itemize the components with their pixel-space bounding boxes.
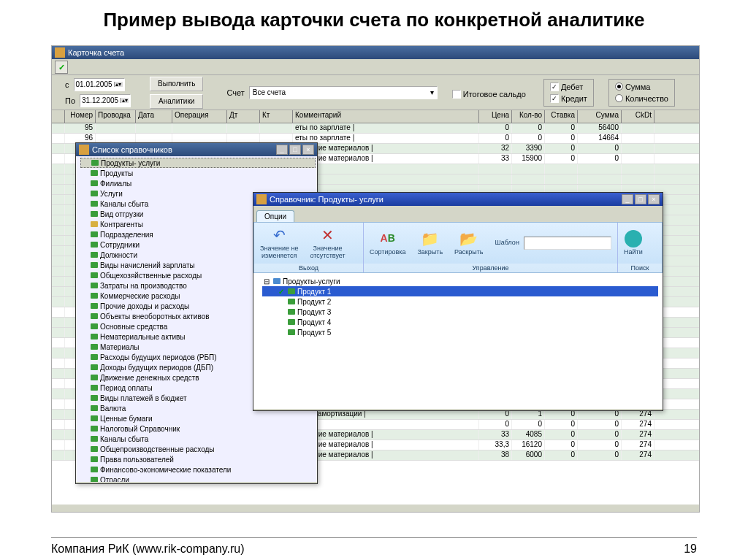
tree-item[interactable]: Продукты [80, 168, 316, 178]
col-op[interactable]: Операция [172, 110, 227, 123]
main-titlebar: Карточка счета [52, 46, 699, 59]
sort-button[interactable]: ABСортировка [364, 223, 411, 264]
undo-icon: ↶ [270, 226, 289, 244]
item-icon [91, 415, 98, 421]
col-prov[interactable]: Проводка [96, 110, 136, 123]
filter-panel: с 01.01.2005▴▾ По 31.12.2005▴▾ Выполнить… [52, 75, 699, 110]
app-window: Карточка счета ✓ с 01.01.2005▴▾ По 31.12… [51, 45, 700, 513]
product-item[interactable]: Продукт 4 [262, 317, 658, 327]
col-date[interactable]: Дата [136, 110, 172, 123]
item-icon [91, 375, 98, 380]
tree-item[interactable]: Права пользователей [80, 454, 316, 464]
item-icon [91, 426, 98, 431]
sort-icon: AB [378, 230, 397, 248]
item-icon [91, 272, 98, 278]
col-number[interactable]: Номер [65, 110, 96, 123]
item-icon [91, 405, 98, 411]
item-icon [91, 313, 98, 319]
slide-footer: Компания РиК (www.rik-company.ru) 19 [51, 537, 697, 556]
product-item[interactable]: ✓Продукт 1 [262, 286, 658, 296]
col-ckdt[interactable]: CkDt [622, 110, 654, 123]
item-icon [91, 385, 98, 391]
item-icon [91, 170, 98, 176]
tree-item[interactable]: Финансово-экономические показатели [80, 464, 316, 475]
dictionary-title: Справочник: Продукты- услуги [270, 195, 383, 204]
item-icon [91, 293, 98, 299]
tree-item[interactable]: Общепроизводственные расходы [80, 444, 316, 454]
col-kt[interactable]: Кт [260, 110, 293, 123]
app-icon [256, 194, 267, 204]
product-item[interactable]: Продукт 3 [262, 307, 658, 317]
qty-radio[interactable] [615, 94, 623, 102]
ribbon-group-exit: Выход [254, 264, 363, 272]
to-date-input[interactable]: 31.12.2005▴▾ [80, 94, 131, 107]
item-icon [91, 467, 98, 472]
tree-item[interactable]: Отрасли [80, 475, 316, 482]
sum-radio[interactable] [615, 83, 623, 91]
ribbon-group-control: Управление [364, 264, 617, 272]
to-label: По [65, 96, 75, 105]
col-comm[interactable]: Комментарий [293, 110, 479, 123]
app-icon [55, 47, 65, 58]
product-item[interactable]: Продукт 2 [262, 296, 658, 307]
item-icon [273, 278, 280, 284]
debit-checkbox[interactable]: ✓ [550, 83, 559, 91]
dictionary-body: ⊟Продукты-услуги✓Продукт 1Продукт 2Проду… [253, 273, 663, 409]
tree-item[interactable]: Продукты- услуги [80, 158, 316, 168]
tree-item[interactable]: Ценные бумаги [80, 413, 316, 423]
maximize-button[interactable]: □ [289, 145, 301, 155]
execute-button[interactable]: Выполнить [150, 77, 203, 91]
final-balance-checkbox[interactable] [452, 90, 461, 99]
tree-root[interactable]: ⊟Продукты-услуги [262, 276, 658, 286]
item-icon [91, 395, 98, 401]
folder-icon: 📁 [421, 230, 440, 248]
account-select[interactable]: Все счета▾ [249, 86, 438, 99]
from-label: с [65, 80, 69, 89]
folder-open-icon: 📂 [459, 230, 478, 248]
credit-checkbox[interactable]: ✓ [550, 94, 559, 103]
minimize-button[interactable]: _ [622, 194, 633, 204]
ok-button[interactable]: ✓ [55, 61, 68, 74]
tree-item[interactable]: Налоговый Справочник [80, 423, 316, 434]
debit-label: Дебет [561, 83, 583, 91]
close-button[interactable]: × [648, 194, 660, 204]
window-title: Карточка счета [68, 48, 124, 57]
sum-label: Сумма [625, 83, 651, 91]
item-icon [288, 329, 295, 335]
item-icon [91, 456, 98, 462]
footer-page: 19 [684, 542, 697, 556]
item-icon [91, 446, 98, 452]
value-absent-button[interactable]: ✕Значение отсутствует [304, 223, 351, 264]
slide-title: Пример вывода карточки счета по конкретн… [0, 0, 748, 37]
ribbon-group-search: Поиск [618, 264, 662, 272]
item-icon [91, 436, 98, 442]
item-icon [91, 364, 98, 370]
qty-label: Количество [625, 94, 668, 103]
value-unchanged-button[interactable]: ↶Значение не изменяется [254, 223, 304, 264]
tree-item[interactable]: Филиалы [80, 178, 316, 188]
from-date-input[interactable]: 01.01.2005▴▾ [74, 78, 125, 91]
template-input[interactable] [524, 237, 611, 250]
app-icon [79, 145, 89, 155]
find-button[interactable]: Найти [618, 223, 649, 264]
col-price[interactable]: Цена [479, 110, 512, 123]
minimize-button[interactable]: _ [276, 145, 288, 155]
tab-options[interactable]: Опции [256, 210, 294, 222]
close-button[interactable]: × [302, 145, 314, 155]
x-icon: ✕ [318, 226, 337, 244]
item-icon [288, 319, 295, 325]
col-sum[interactable]: Сумма [578, 110, 622, 123]
table-row[interactable]: 95еты по зарплате |00056400 [52, 123, 699, 134]
item-icon [288, 299, 295, 304]
chevron-down-icon: ▾ [430, 88, 434, 96]
col-dt[interactable]: Дт [227, 110, 260, 123]
col-qty[interactable]: Кол-во [512, 110, 545, 123]
product-item[interactable]: Продукт 5 [262, 327, 658, 337]
col-rate[interactable]: Ставка [545, 110, 578, 123]
maximize-button[interactable]: □ [635, 194, 646, 204]
analytics-button[interactable]: Аналитики [150, 94, 203, 109]
open-folder-button[interactable]: 📂Раскрыть [449, 223, 489, 264]
tree-item[interactable]: Каналы сбыта [80, 434, 316, 444]
item-icon [91, 180, 98, 186]
close-folder-button[interactable]: 📁Закрыть [411, 223, 449, 264]
